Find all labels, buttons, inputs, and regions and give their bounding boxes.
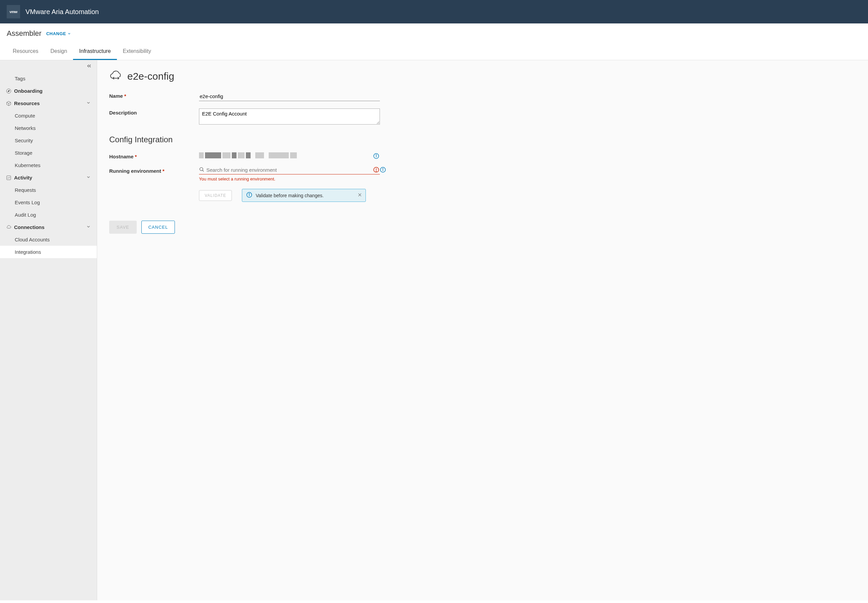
sidebar-item-cloud-accounts[interactable]: Cloud Accounts	[0, 233, 97, 246]
sidebar-section-label: Connections	[14, 224, 45, 230]
sidebar-section-onboarding[interactable]: Onboarding	[0, 85, 97, 97]
chevron-down-icon	[86, 100, 91, 106]
alert-text: Validate before making changes.	[256, 193, 324, 198]
sidebar: Tags Onboarding Resources	[0, 60, 97, 600]
cube-icon	[6, 101, 11, 106]
description-textarea[interactable]	[199, 108, 380, 125]
chart-line-icon	[6, 175, 11, 181]
info-icon[interactable]	[373, 153, 379, 159]
cloud-sync-icon	[109, 70, 122, 83]
cloud-icon	[6, 225, 11, 230]
name-input[interactable]	[199, 92, 380, 101]
cancel-button[interactable]: CANCEL	[141, 221, 175, 234]
svg-point-11	[376, 171, 377, 172]
sidebar-section-label: Resources	[14, 100, 40, 106]
description-label: Description	[109, 108, 199, 116]
svg-marker-1	[8, 90, 9, 92]
chevron-down-icon	[67, 32, 71, 36]
validate-alert: Validate before making changes.	[242, 189, 366, 202]
vmware-logo: vmw	[7, 5, 20, 19]
running-env-search-input[interactable]	[206, 167, 380, 173]
content-area: e2e-config Name* Description Config Inte…	[97, 60, 868, 600]
info-icon	[246, 192, 252, 199]
error-icon	[373, 167, 379, 173]
svg-line-8	[203, 170, 204, 172]
product-name: VMware Aria Automation	[25, 8, 99, 16]
module-header: Assembler CHANGE	[0, 23, 868, 43]
hostname-label: Hostname*	[109, 152, 199, 159]
tab-infrastructure[interactable]: Infrastructure	[73, 43, 116, 60]
close-icon[interactable]	[358, 193, 362, 198]
sidebar-item-security[interactable]: Security	[0, 134, 97, 147]
change-label: CHANGE	[46, 31, 66, 36]
hostname-value-redacted	[199, 152, 297, 158]
svg-point-7	[200, 167, 203, 170]
sidebar-section-label: Activity	[14, 175, 32, 181]
save-button[interactable]: SAVE	[109, 221, 137, 234]
sidebar-section-resources[interactable]: Resources	[0, 97, 97, 110]
sidebar-item-storage[interactable]: Storage	[0, 147, 97, 159]
svg-point-6	[376, 155, 377, 155]
sidebar-item-networks[interactable]: Networks	[0, 122, 97, 134]
sidebar-collapse-button[interactable]	[84, 61, 94, 72]
info-icon[interactable]	[380, 167, 386, 173]
svg-point-17	[249, 193, 250, 194]
page-title: e2e-config	[127, 71, 174, 82]
sidebar-item-integrations[interactable]: Integrations	[0, 246, 97, 258]
sidebar-item-audit-log[interactable]: Audit Log	[0, 209, 97, 221]
svg-point-14	[383, 169, 383, 169]
sidebar-item-kubernetes[interactable]: Kubernetes	[0, 159, 97, 172]
module-title: Assembler	[7, 29, 42, 38]
validate-button[interactable]: VALIDATE	[199, 190, 232, 201]
sidebar-item-requests[interactable]: Requests	[0, 184, 97, 196]
search-icon	[199, 167, 205, 173]
sidebar-item-events-log[interactable]: Events Log	[0, 196, 97, 209]
sidebar-section-label: Onboarding	[14, 88, 43, 94]
tab-extensibility[interactable]: Extensibility	[117, 43, 157, 60]
app-header: vmw VMware Aria Automation	[0, 0, 868, 23]
section-heading: Config Integration	[109, 135, 856, 144]
chevron-down-icon	[86, 224, 91, 230]
name-label: Name*	[109, 92, 199, 99]
change-module-link[interactable]: CHANGE	[46, 31, 71, 36]
running-env-error: You must select a running environment.	[199, 176, 380, 181]
sidebar-section-connections[interactable]: Connections	[0, 221, 97, 233]
tab-resources[interactable]: Resources	[7, 43, 44, 60]
chevron-down-icon	[86, 175, 91, 181]
compass-icon	[6, 88, 11, 94]
sidebar-section-activity[interactable]: Activity	[0, 172, 97, 184]
tab-design[interactable]: Design	[44, 43, 73, 60]
tabs: Resources Design Infrastructure Extensib…	[0, 43, 868, 60]
sidebar-item-tags[interactable]: Tags	[0, 72, 97, 85]
chevron-double-left-icon	[86, 63, 92, 69]
sidebar-item-compute[interactable]: Compute	[0, 110, 97, 122]
running-env-label: Running environment*	[109, 167, 199, 174]
